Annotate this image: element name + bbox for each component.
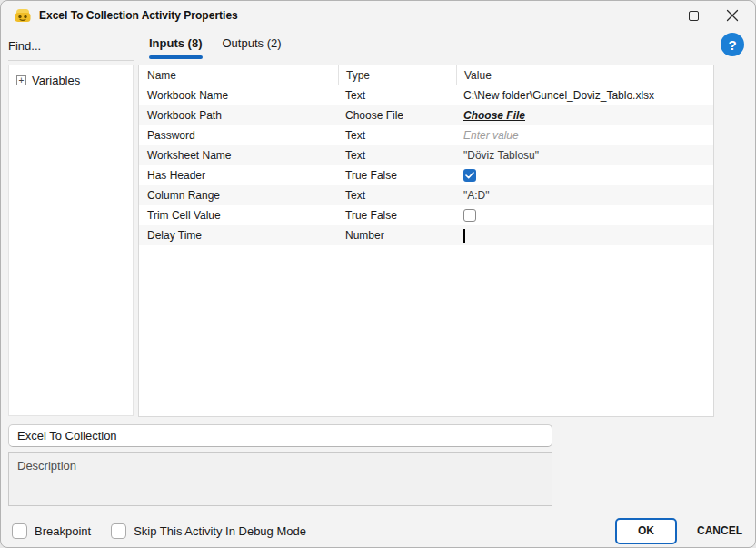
bottom-bar: Breakpoint Skip This Activity In Debug M… (1, 513, 755, 548)
window-controls (689, 9, 739, 22)
help-question-icon: ? (728, 37, 736, 53)
prop-name: Workbook Path (139, 109, 338, 122)
table-row-workbook-name: Workbook Name Text C:\New folder\Guncel_… (139, 85, 713, 105)
table-header-row: Name Type Value (139, 65, 713, 85)
prop-type: Text (338, 129, 456, 142)
header-name: Name (139, 65, 338, 85)
robot-app-icon (14, 8, 32, 23)
header-type: Type (338, 65, 456, 85)
expand-plus-icon[interactable]: + (16, 75, 26, 85)
prop-name: Has Header (139, 169, 338, 182)
prop-type: Text (338, 149, 456, 162)
column-range-value-field[interactable]: "A:D" (463, 189, 490, 202)
activity-properties-dialog: Excel To Collection Activity Properties … (0, 0, 756, 548)
skip-debug-label: Skip This Activity In Debug Mode (134, 524, 306, 538)
close-icon[interactable] (726, 9, 739, 22)
skip-debug-checkbox[interactable] (111, 523, 126, 539)
check-icon (465, 172, 474, 179)
maximize-icon[interactable] (689, 11, 699, 21)
active-tab-underline (149, 55, 203, 59)
prop-name: Column Range (139, 189, 338, 202)
tab-bar: Inputs (8) Outputs (2) (149, 36, 282, 59)
prop-name: Trim Cell Value (139, 209, 338, 222)
cancel-button[interactable]: CANCEL (697, 524, 742, 537)
header-value: Value (456, 65, 713, 85)
prop-type: True False (338, 209, 456, 222)
prop-name: Worksheet Name (139, 149, 338, 162)
tab-outputs[interactable]: Outputs (2) (223, 36, 282, 59)
prop-type: Choose File (338, 109, 456, 122)
has-header-checkbox[interactable] (463, 169, 476, 182)
tree-item-label: Variables (32, 74, 80, 87)
tree-item-variables[interactable]: + Variables (9, 65, 133, 87)
find-underline (8, 60, 134, 61)
text-caret (463, 229, 465, 243)
table-row-delay-time: Delay Time Number (139, 225, 713, 245)
prop-name: Delay Time (139, 229, 338, 242)
delay-time-value-field[interactable] (456, 228, 713, 242)
description-textarea[interactable]: Description (8, 452, 552, 506)
ok-button[interactable]: OK (615, 518, 677, 544)
workbook-name-value-field[interactable]: C:\New folder\Guncel_Doviz_Tablo.xlsx (456, 89, 713, 102)
trim-cell-value-checkbox[interactable] (463, 209, 476, 222)
tab-inputs[interactable]: Inputs (8) (149, 36, 203, 59)
worksheet-name-value-field[interactable]: "Döviz Tablosu" (463, 149, 539, 162)
inputs-property-table: Name Type Value Workbook Name Text C:\Ne… (138, 65, 714, 417)
breakpoint-checkbox[interactable] (12, 523, 27, 539)
table-row-column-range: Column Range Text "A:D" (139, 185, 713, 205)
prop-name: Password (139, 129, 338, 142)
breakpoint-label: Breakpoint (35, 524, 91, 538)
find-input[interactable]: Find... (8, 39, 41, 53)
help-button[interactable]: ? (721, 33, 744, 56)
table-row-trim-cell-value: Trim Cell Value True False (139, 205, 713, 225)
table-row-workbook-path: Workbook Path Choose File Choose File (139, 105, 713, 125)
prop-type: Text (338, 189, 456, 202)
variables-tree-panel: + Variables (8, 65, 134, 416)
choose-file-link[interactable]: Choose File (463, 109, 525, 122)
password-value-field[interactable]: Enter value (463, 129, 519, 142)
table-row-has-header: Has Header True False (139, 165, 713, 185)
activity-name-input[interactable] (8, 424, 552, 447)
prop-name: Workbook Name (139, 89, 338, 102)
tab-inputs-label: Inputs (8) (149, 36, 203, 50)
title-bar: Excel To Collection Activity Properties (1, 1, 755, 30)
table-row-password: Password Text Enter value (139, 125, 713, 145)
prop-type: Text (338, 89, 456, 102)
dialog-title: Excel To Collection Activity Properties (39, 9, 238, 22)
prop-type: Number (338, 229, 456, 242)
tab-outputs-label: Outputs (2) (223, 36, 282, 50)
table-row-worksheet-name: Worksheet Name Text "Döviz Tablosu" (139, 145, 713, 165)
prop-type: True False (338, 169, 456, 182)
